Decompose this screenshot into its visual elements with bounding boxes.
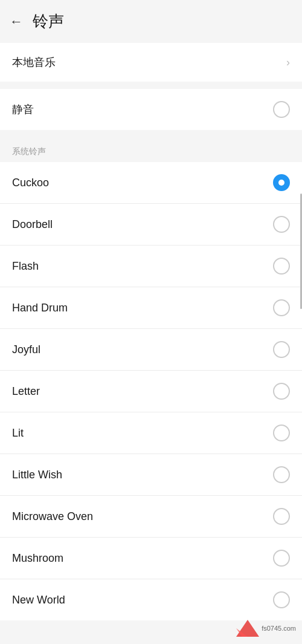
- system-ringtones-label: 系统铃声: [12, 146, 46, 156]
- ringtone-row[interactable]: Mushroom: [0, 538, 302, 579]
- ringtone-label: Microwave Oven: [12, 510, 93, 523]
- watermark-logo: [236, 620, 259, 637]
- ringtone-row[interactable]: Joyful: [0, 329, 302, 371]
- ringtone-radio[interactable]: [273, 424, 290, 441]
- ringtone-row[interactable]: Doorbell: [0, 204, 302, 246]
- ringtone-radio[interactable]: [273, 383, 290, 400]
- ringtone-radio[interactable]: [273, 174, 290, 191]
- chevron-right-icon: ›: [286, 56, 290, 69]
- back-button[interactable]: ←: [10, 14, 23, 30]
- local-music-row[interactable]: 本地音乐 ›: [0, 43, 302, 82]
- silent-section: 静音: [0, 89, 302, 130]
- ringtone-label: Joyful: [12, 343, 40, 356]
- scrollbar[interactable]: [300, 0, 302, 644]
- ringtone-radio[interactable]: [273, 466, 290, 483]
- ringtone-row[interactable]: Hand Drum: [0, 287, 302, 329]
- watermark: fs0745.com: [236, 620, 296, 637]
- ringtone-radio[interactable]: [273, 341, 290, 358]
- silent-radio[interactable]: [273, 101, 290, 118]
- ringtone-radio[interactable]: [273, 258, 290, 275]
- ringtone-row[interactable]: New World: [0, 579, 302, 620]
- system-ringtones-list: CuckooDoorbellFlashHand DrumJoyfulLetter…: [0, 162, 302, 620]
- page-title: 铃声: [33, 11, 64, 32]
- system-ringtones-header: 系统铃声: [0, 137, 302, 162]
- ringtone-label: Lit: [12, 427, 24, 440]
- silent-label: 静音: [12, 102, 34, 117]
- divider-2: [0, 130, 302, 137]
- ringtone-row[interactable]: Lit: [0, 412, 302, 454]
- ringtone-radio[interactable]: [273, 508, 290, 525]
- ringtone-radio[interactable]: [273, 299, 290, 316]
- ringtone-radio[interactable]: [273, 591, 290, 608]
- ringtone-radio[interactable]: [273, 216, 290, 233]
- ringtone-row[interactable]: Microwave Oven: [0, 496, 302, 538]
- ringtone-label: Hand Drum: [12, 302, 68, 314]
- divider-1: [0, 82, 302, 89]
- header: ← 铃声: [0, 0, 302, 43]
- silent-row[interactable]: 静音: [0, 89, 302, 130]
- ringtone-radio[interactable]: [273, 550, 290, 567]
- ringtone-label: Doorbell: [12, 218, 53, 231]
- ringtone-label: Flash: [12, 260, 39, 273]
- ringtone-label: Little Wish: [12, 469, 62, 481]
- ringtone-row[interactable]: Cuckoo: [0, 162, 302, 204]
- ringtone-label: New World: [12, 594, 65, 607]
- ringtone-label: Mushroom: [12, 552, 63, 565]
- local-music-label: 本地音乐: [12, 55, 56, 70]
- ringtone-row[interactable]: Letter: [0, 371, 302, 412]
- ringtone-label: Letter: [12, 385, 40, 398]
- watermark-text: fs0745.com: [262, 625, 296, 632]
- svg-marker-0: [236, 620, 259, 637]
- ringtone-label: Cuckoo: [12, 177, 49, 189]
- ringtone-row[interactable]: Flash: [0, 246, 302, 287]
- ringtone-row[interactable]: Little Wish: [0, 454, 302, 496]
- local-music-section: 本地音乐 ›: [0, 43, 302, 82]
